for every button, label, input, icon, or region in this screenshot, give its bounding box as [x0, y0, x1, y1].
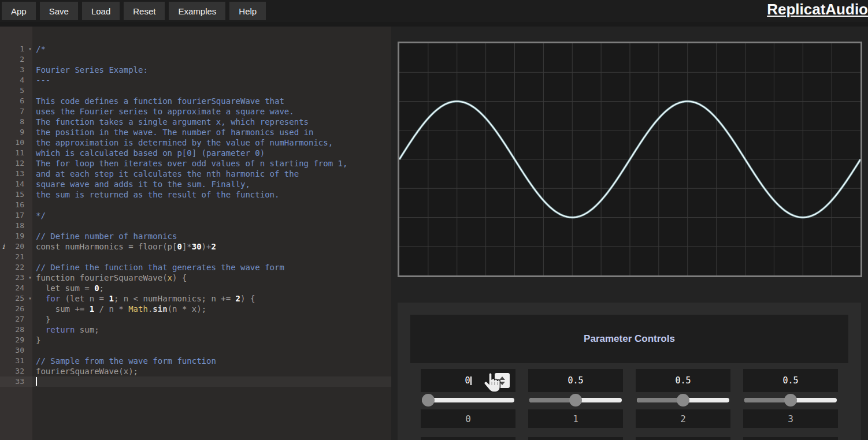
param-index-label-2: 2	[636, 409, 730, 428]
param-value-input-0[interactable]: 0	[421, 369, 515, 392]
param-slider-2[interactable]	[636, 393, 730, 408]
text-caret	[36, 377, 37, 386]
number-spinner[interactable]	[495, 373, 510, 388]
code-line-text[interactable]: The function takes a single argument x, …	[32, 117, 309, 127]
param-value-input-1[interactable]: 0.5	[528, 369, 623, 392]
app-logo[interactable]: ReplicatAudio	[767, 1, 868, 18]
code-token: sin	[153, 304, 167, 314]
code-line-text[interactable]: // Sample from the wave form function	[32, 356, 216, 366]
code-line-text[interactable]: fourierSquareWave(x);	[32, 366, 138, 376]
line-number: 11	[0, 148, 32, 158]
code-token: Fourier Series Example:	[36, 65, 148, 74]
toolbar-button-save[interactable]: Save	[40, 2, 78, 20]
slider-track[interactable]	[422, 398, 514, 402]
param-slider-3[interactable]	[743, 393, 838, 408]
code-line: 6This code defines a function fourierSqu…	[0, 96, 391, 106]
code-token: }	[36, 315, 50, 324]
code-line: 3Fourier Series Example:	[0, 65, 391, 75]
code-token: )+	[202, 242, 212, 251]
code-line: 15the sum is returned as the result of t…	[0, 189, 391, 200]
toolbar-button-app[interactable]: App	[2, 2, 36, 20]
code-token: ;	[99, 284, 104, 293]
param-slider-0[interactable]	[421, 393, 515, 408]
code-token: / n *	[94, 304, 128, 314]
code-line-text[interactable]: This code defines a function fourierSqua…	[32, 96, 284, 106]
code-line-text[interactable]: let sum = 0;	[32, 283, 104, 293]
slider-thumb[interactable]	[784, 394, 797, 407]
spinner-up-icon[interactable]	[499, 376, 505, 380]
info-annotation-icon: i	[2, 241, 5, 252]
param-value-input-2[interactable]: 0.5	[636, 369, 730, 392]
code-token: 0	[94, 284, 99, 293]
code-line-text[interactable]: for (let n = 1; n < numHarmonics; n += 2…	[32, 293, 255, 304]
param-slider-1[interactable]	[528, 393, 623, 408]
code-line-text[interactable]: // Define the function that generates th…	[32, 262, 284, 273]
toolbar: AppSaveLoadResetExamplesHelp	[2, 2, 266, 20]
code-line-text[interactable]: ---	[32, 75, 50, 85]
line-number: 26	[0, 304, 32, 314]
code-token: 1	[109, 294, 113, 303]
code-line-text[interactable]: }	[32, 335, 40, 345]
code-line-text[interactable]: uses the Fourier series to approximate a…	[32, 106, 294, 117]
code-line-text[interactable]	[32, 345, 36, 356]
code-line-text[interactable]: // Define number of harmonics	[32, 231, 177, 241]
code-line-text[interactable]: and at each step it calculates the nth h…	[32, 169, 299, 179]
code-line: 19// Define number of harmonics	[0, 231, 391, 241]
param-value-input-next-row[interactable]	[528, 437, 623, 440]
param-value-input-next-row[interactable]	[421, 437, 515, 440]
code-line-text[interactable]: */	[32, 210, 46, 221]
code-line: 30	[0, 345, 391, 356]
code-token: the approximation is determined by the v…	[36, 138, 333, 147]
code-token: /*	[36, 44, 46, 54]
code-line-text[interactable]: the position in the wave. The number of …	[32, 127, 313, 137]
param-value-text: 0	[465, 375, 470, 386]
toolbar-button-help[interactable]: Help	[229, 2, 266, 20]
toolbar-divider	[0, 22, 868, 27]
param-value-text: 0.5	[782, 375, 798, 386]
toolbar-button-load[interactable]: Load	[82, 2, 120, 20]
line-number: 22	[0, 262, 32, 273]
code-line-text[interactable]: the sum is returned as the result of the…	[32, 189, 279, 200]
param-value-input-next-row[interactable]	[636, 437, 730, 440]
spinner-down-icon[interactable]	[499, 382, 505, 385]
code-line-text[interactable]: /*	[32, 44, 46, 54]
code-line-text[interactable]: square wave and adds it to the sum. Fina…	[32, 179, 250, 189]
code-line-text[interactable]: which is calculated based on p[0] (param…	[32, 148, 265, 158]
fold-chevron-icon[interactable]: ▾	[28, 44, 32, 54]
code-line-text[interactable]: return sum;	[32, 325, 99, 335]
code-line-text[interactable]	[32, 200, 36, 210]
slider-thumb[interactable]	[677, 394, 689, 407]
code-line-text[interactable]	[32, 252, 36, 262]
line-number: 17	[0, 210, 32, 221]
code-token: square wave and adds it to the sum. Fina…	[36, 180, 250, 189]
code-line-text[interactable]	[32, 85, 36, 96]
code-editor[interactable]: 1▾/*23Fourier Series Example:4---56This …	[0, 27, 391, 440]
line-number: 33	[0, 376, 32, 387]
param-value-input-3[interactable]: 0.5	[743, 369, 838, 392]
code-line-text[interactable]	[32, 221, 36, 231]
code-line-text[interactable]: the approximation is determined by the v…	[32, 137, 333, 148]
code-line-text[interactable]: Fourier Series Example:	[32, 65, 148, 75]
code-line-text[interactable]	[32, 54, 36, 65]
code-line-text[interactable]: }	[32, 314, 50, 325]
code-line-text[interactable]: function fourierSquareWave(x) {	[32, 273, 187, 283]
toolbar-button-reset[interactable]: Reset	[124, 2, 165, 20]
line-number: 7	[0, 106, 32, 117]
code-line-text[interactable]: The for loop then iterates over odd valu…	[32, 158, 347, 169]
line-number: 20i	[0, 241, 32, 252]
fold-chevron-icon[interactable]: ▾	[28, 293, 32, 304]
code-line-text[interactable]	[32, 376, 37, 387]
toolbar-button-examples[interactable]: Examples	[169, 2, 225, 20]
code-line-text[interactable]: const numHarmonics = floor(p[0]*30)+2	[32, 241, 216, 252]
line-number: 21	[0, 252, 32, 262]
line-number: 1▾	[0, 44, 32, 54]
code-token: The for loop then iterates over odd valu…	[36, 159, 347, 168]
code-line: 1▾/*	[0, 44, 391, 54]
slider-thumb[interactable]	[569, 394, 582, 407]
code-line-text[interactable]: sum += 1 / n * Math.sin(n * x);	[32, 304, 206, 314]
fold-chevron-icon[interactable]: ▾	[28, 273, 32, 283]
code-token: ) {	[240, 294, 255, 303]
code-line: 14square wave and adds it to the sum. Fi…	[0, 179, 391, 189]
param-value-input-next-row[interactable]	[743, 437, 838, 440]
slider-thumb[interactable]	[422, 394, 435, 407]
